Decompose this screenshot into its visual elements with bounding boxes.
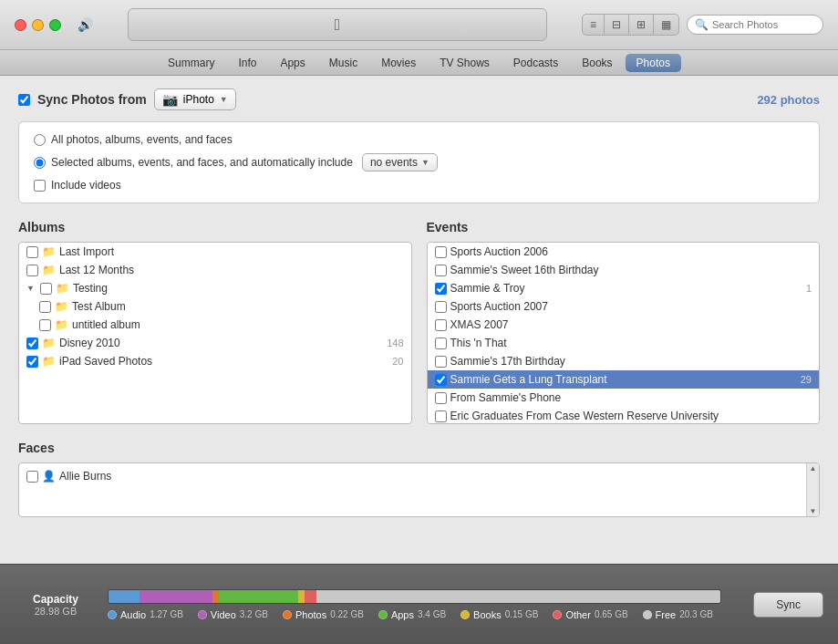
albums-list[interactable]: 📁 Last Import 📁 Last 12 Months ▼ 📁 Testi… xyxy=(18,242,412,424)
untitled-album-checkbox[interactable] xyxy=(39,319,51,331)
list-item[interactable]: Sports Auction 2006 xyxy=(428,243,820,261)
radio-all[interactable] xyxy=(34,134,46,146)
sammies-17th-checkbox[interactable] xyxy=(435,356,447,368)
tab-books[interactable]: Books xyxy=(571,53,623,73)
scroll-down-icon[interactable]: ▼ xyxy=(810,507,817,515)
events-list[interactable]: Sports Auction 2006 Sammie's Sweet 16th … xyxy=(427,242,821,424)
folder-icon: 📁 xyxy=(56,282,69,295)
include-videos-checkbox[interactable] xyxy=(34,180,46,192)
eric-graduates-checkbox[interactable] xyxy=(435,410,447,422)
last-import-checkbox[interactable] xyxy=(26,246,38,258)
list-item[interactable]: Sports Auction 2007 xyxy=(428,297,820,316)
last-12-checkbox[interactable] xyxy=(26,265,38,276)
free-dot xyxy=(643,610,652,619)
scroll-up-icon[interactable]: ▲ xyxy=(810,464,817,473)
search-box[interactable]: 🔍 xyxy=(687,15,823,35)
events-dropdown[interactable]: no events ▼ xyxy=(362,153,438,171)
ipad-checkbox[interactable] xyxy=(26,356,38,368)
video-segment xyxy=(140,590,213,603)
list-item[interactable]: 📁 Last 12 Months xyxy=(19,261,411,279)
list-item[interactable]: Sammie's 17th Birthday xyxy=(428,352,820,370)
apps-segment xyxy=(219,590,298,603)
list-item[interactable]: Sammie Gets a Lung Transplant 29 xyxy=(428,370,820,389)
sports-2007-checkbox[interactable] xyxy=(435,301,447,313)
album-label: Last Import xyxy=(59,245,114,258)
album-label: Test Album xyxy=(72,300,126,313)
sync-checkbox[interactable] xyxy=(18,94,30,106)
sammie-troy-checkbox[interactable] xyxy=(435,283,447,295)
tab-movies[interactable]: Movies xyxy=(370,53,427,73)
list-item[interactable]: ▼ 📁 Testing xyxy=(19,279,411,297)
sync-button[interactable]: Sync xyxy=(753,592,823,618)
close-button[interactable] xyxy=(15,19,26,31)
view-controls: ≡ ⊟ ⊞ ▦ xyxy=(582,14,679,36)
events-title: Events xyxy=(427,220,821,234)
list-item[interactable]: 📁 Last Import xyxy=(19,243,411,261)
faces-list[interactable]: 👤 Allie Burns ▲ ▼ xyxy=(18,462,820,517)
grid-view-button[interactable]: ⊟ xyxy=(605,15,629,35)
audio-legend-label: Audio xyxy=(120,609,146,620)
sammies-16th-checkbox[interactable] xyxy=(435,265,447,276)
event-label: Eric Graduates From Case Western Reserve… xyxy=(450,410,719,422)
from-sammies-phone-checkbox[interactable] xyxy=(435,392,447,404)
capacity-bars-section: Audio 1.27 GB Video 3.2 GB Photos 0.22 G… xyxy=(97,589,732,620)
radio-selected[interactable] xyxy=(34,157,46,169)
tab-summary[interactable]: Summary xyxy=(157,53,225,73)
allie-burns-checkbox[interactable] xyxy=(26,471,38,483)
list-item[interactable]: This 'n That xyxy=(428,334,820,352)
top-bar-right: ≡ ⊟ ⊞ ▦ 🔍 xyxy=(582,14,823,36)
tab-info[interactable]: Info xyxy=(227,53,267,73)
list-item[interactable]: 👤 Allie Burns xyxy=(19,467,119,485)
list-item[interactable]: Sammie's Sweet 16th Birthday xyxy=(428,261,820,279)
sammie-lung-checkbox[interactable] xyxy=(435,374,447,386)
sync-row-left: Sync Photos from 📷 iPhoto ▼ xyxy=(18,88,236,110)
search-input[interactable] xyxy=(712,19,815,30)
test-album-checkbox[interactable] xyxy=(39,301,51,313)
disney-checkbox[interactable] xyxy=(26,338,38,349)
photos-dot xyxy=(283,610,292,619)
legend-row: Audio 1.27 GB Video 3.2 GB Photos 0.22 G… xyxy=(108,609,721,620)
event-label: Sammie & Troy xyxy=(450,282,525,295)
tab-photos[interactable]: Photos xyxy=(626,54,681,72)
xmas-checkbox[interactable] xyxy=(435,319,447,331)
nav-tabs: Summary Info Apps Music Movies TV Shows … xyxy=(0,50,838,76)
tab-podcasts[interactable]: Podcasts xyxy=(502,53,569,73)
event-label: This 'n That xyxy=(450,337,507,349)
radio-all-row: All photos, albums, events, and faces xyxy=(34,133,804,146)
album-count: 20 xyxy=(392,356,403,367)
apple-icon:  xyxy=(335,16,341,35)
tab-apps[interactable]: Apps xyxy=(269,53,316,73)
minimize-button[interactable] xyxy=(32,19,44,31)
events-container: Sports Auction 2006 Sammie's Sweet 16th … xyxy=(427,242,821,424)
testing-checkbox[interactable] xyxy=(40,283,52,295)
iphoto-dropdown[interactable]: 📷 iPhoto ▼ xyxy=(154,88,236,110)
album-label: Testing xyxy=(73,282,108,295)
iphoto-icon: 📷 xyxy=(162,92,178,107)
folder-icon: 📁 xyxy=(42,355,56,368)
cover-view-button[interactable]: ▦ xyxy=(654,15,678,35)
legend-apps: Apps 3.4 GB xyxy=(378,609,446,620)
list-item[interactable]: XMAS 2007 xyxy=(428,316,820,334)
free-legend-label: Free xyxy=(656,609,677,620)
list-item[interactable]: 📁 Disney 2010 148 xyxy=(19,334,411,352)
event-count: 29 xyxy=(801,374,812,385)
list-view-button[interactable]: ≡ xyxy=(583,15,605,35)
tab-tvshows[interactable]: TV Shows xyxy=(429,53,501,73)
sports-2006-checkbox[interactable] xyxy=(435,246,447,258)
tab-music[interactable]: Music xyxy=(318,53,368,73)
tile-view-button[interactable]: ⊞ xyxy=(629,15,654,35)
list-item[interactable]: 📁 iPad Saved Photos 20 xyxy=(19,352,411,370)
list-item[interactable]: 📁 untitled album xyxy=(19,316,411,334)
list-item[interactable]: Eric Graduates From Case Western Reserve… xyxy=(428,407,820,424)
maximize-button[interactable] xyxy=(49,19,61,31)
list-item[interactable]: From Sammie's Phone xyxy=(428,389,820,407)
event-label: Sports Auction 2007 xyxy=(450,300,548,313)
events-section: Events Sports Auction 2006 Sammie's Swee… xyxy=(427,220,821,424)
list-item[interactable]: 📁 Test Album xyxy=(19,297,411,316)
folder-icon: 📁 xyxy=(55,300,68,313)
list-item[interactable]: Sammie & Troy 1 xyxy=(428,279,820,297)
this-n-that-checkbox[interactable] xyxy=(435,338,447,349)
radio-selected-label: Selected albums, events, and faces, and … xyxy=(51,156,353,169)
events-dropdown-arrow-icon: ▼ xyxy=(421,158,429,167)
progress-bar:  xyxy=(128,8,547,41)
